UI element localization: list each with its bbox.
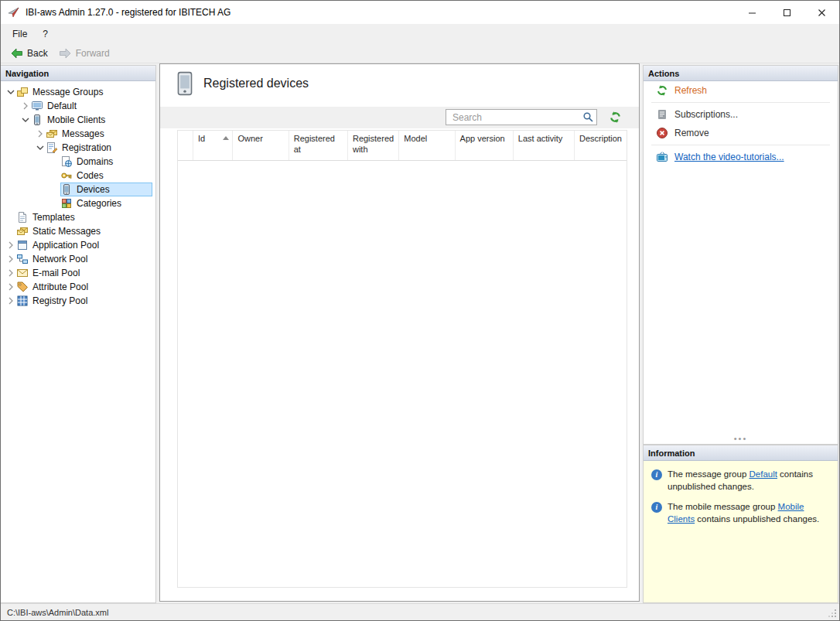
expander-spacer (49, 198, 60, 210)
refresh-grid-icon[interactable] (609, 111, 622, 124)
tree-item-registry-pool[interactable]: Registry Pool (1, 294, 155, 308)
application-pool-icon (16, 239, 29, 251)
column-header-registered-at[interactable]: Registered at (289, 131, 348, 160)
back-arrow-icon (10, 48, 23, 59)
app-logo-icon (8, 6, 20, 19)
remove-action[interactable]: Remove (644, 124, 838, 142)
column-header-id[interactable]: Id (193, 131, 234, 160)
resize-grip-icon[interactable] (828, 609, 837, 618)
key-icon (60, 169, 73, 182)
chevron-down-icon[interactable] (5, 87, 16, 98)
search-input[interactable] (446, 109, 597, 125)
row-selector-header[interactable] (178, 131, 193, 160)
tree-item-network-pool[interactable]: Network Pool (1, 252, 155, 266)
navigation-tree: Message Groups Default Mobile Clients Me… (1, 81, 155, 308)
chevron-right-icon[interactable] (19, 101, 31, 112)
column-header-registered-with[interactable]: Registered with (348, 131, 399, 160)
expander-spacer (5, 226, 16, 237)
column-header-app-version[interactable]: App version (456, 131, 514, 160)
message-groups-icon (16, 86, 29, 98)
categories-icon (60, 197, 73, 210)
info-note: i The mobile message group Mobile Client… (651, 501, 830, 525)
domains-icon (60, 155, 73, 168)
subscriptions-icon (656, 108, 668, 121)
tree-item-messages[interactable]: Messages (1, 127, 155, 141)
chevron-right-icon[interactable] (5, 295, 16, 307)
search-icon[interactable] (582, 111, 594, 123)
content-panel: Registered devices Id Owner Registered a… (159, 63, 640, 602)
column-header-last-activity[interactable]: Last activity (514, 131, 575, 160)
tree-item-devices[interactable]: Devices (1, 183, 155, 196)
close-button[interactable] (804, 1, 839, 24)
minimize-button[interactable] (735, 1, 770, 24)
expander-spacer (5, 212, 16, 223)
navigation-panel: Navigation Message Groups Default Mobile… (1, 65, 156, 603)
forward-button[interactable]: Forward (53, 46, 115, 60)
video-tutorials-action[interactable]: Watch the video-tutorials... (644, 148, 838, 166)
column-header-owner[interactable]: Owner (233, 131, 289, 160)
chevron-down-icon[interactable] (34, 142, 46, 154)
maximize-button[interactable] (770, 1, 804, 24)
tree-item-codes[interactable]: Codes (1, 169, 155, 183)
actions-panel: Actions Refresh Subscriptions... Remove (643, 65, 838, 445)
attribute-pool-icon (16, 281, 29, 293)
chevron-right-icon[interactable] (34, 128, 46, 140)
expander-spacer (49, 156, 60, 168)
info-icon: i (651, 502, 662, 513)
registered-devices-icon (176, 71, 194, 96)
back-button[interactable]: Back (5, 46, 53, 60)
chevron-right-icon[interactable] (5, 240, 16, 251)
chevron-right-icon[interactable] (5, 281, 16, 293)
column-header-model[interactable]: Model (399, 131, 455, 160)
forward-arrow-icon (59, 48, 72, 59)
chevron-right-icon[interactable] (5, 268, 16, 279)
menu-file[interactable]: File (5, 26, 35, 43)
app-window: IBI-aws Admin 1.27.0 - registered for IB… (0, 0, 840, 621)
tree-item-registration[interactable]: Registration (1, 141, 155, 155)
sort-ascending-icon (223, 136, 229, 140)
window-title: IBI-aws Admin 1.27.0 - registered for IB… (26, 7, 230, 18)
email-pool-icon (16, 267, 29, 279)
tree-item-message-groups[interactable]: Message Groups (1, 85, 155, 99)
tree-item-mobile-clients[interactable]: Mobile Clients (1, 113, 155, 127)
tree-item-default[interactable]: Default (1, 99, 155, 113)
actions-separator (651, 102, 830, 103)
remove-icon (656, 127, 668, 139)
information-body: i The message group Default contains unp… (644, 461, 838, 602)
information-header: Information (644, 445, 838, 461)
chevron-right-icon[interactable] (5, 254, 16, 265)
refresh-icon (656, 84, 668, 97)
network-pool-icon (16, 253, 29, 265)
registry-pool-icon (16, 295, 29, 307)
titlebar: IBI-aws Admin 1.27.0 - registered for IB… (1, 1, 839, 24)
default-group-icon (31, 100, 43, 112)
navigation-header: Navigation (1, 66, 155, 81)
information-panel: Information i The message group Default … (643, 445, 838, 603)
column-header-description[interactable]: Description (575, 131, 627, 160)
tree-item-email-pool[interactable]: E-mail Pool (1, 266, 155, 280)
tree-item-domains[interactable]: Domains (1, 155, 155, 169)
expander-spacer (49, 184, 60, 196)
page-title: Registered devices (203, 77, 309, 90)
chevron-down-icon[interactable] (19, 114, 31, 126)
menu-help[interactable]: ? (35, 26, 56, 43)
actions-header: Actions (644, 66, 838, 81)
static-messages-icon (16, 225, 29, 237)
right-column: Actions Refresh Subscriptions... Remove (643, 65, 838, 603)
splitter-grip[interactable]: ••• (734, 435, 748, 442)
tree-item-static-messages[interactable]: Static Messages (1, 224, 155, 238)
tree-item-application-pool[interactable]: Application Pool (1, 238, 155, 252)
info-note: i The message group Default contains unp… (651, 469, 830, 493)
subscriptions-action[interactable]: Subscriptions... (644, 105, 838, 124)
mobile-clients-icon (31, 114, 43, 126)
tv-icon (656, 151, 668, 163)
tree-item-attribute-pool[interactable]: Attribute Pool (1, 280, 155, 294)
templates-icon (16, 211, 29, 223)
actions-separator (651, 145, 830, 145)
default-group-link[interactable]: Default (749, 469, 777, 479)
refresh-action[interactable]: Refresh (644, 81, 838, 100)
statusbar: C:\IBI-aws\Admin\Data.xml (1, 603, 839, 620)
tree-item-templates[interactable]: Templates (1, 210, 155, 224)
tree-item-categories[interactable]: Categories (1, 196, 155, 210)
table-header-row: Id Owner Registered at Registered with M… (178, 131, 627, 161)
